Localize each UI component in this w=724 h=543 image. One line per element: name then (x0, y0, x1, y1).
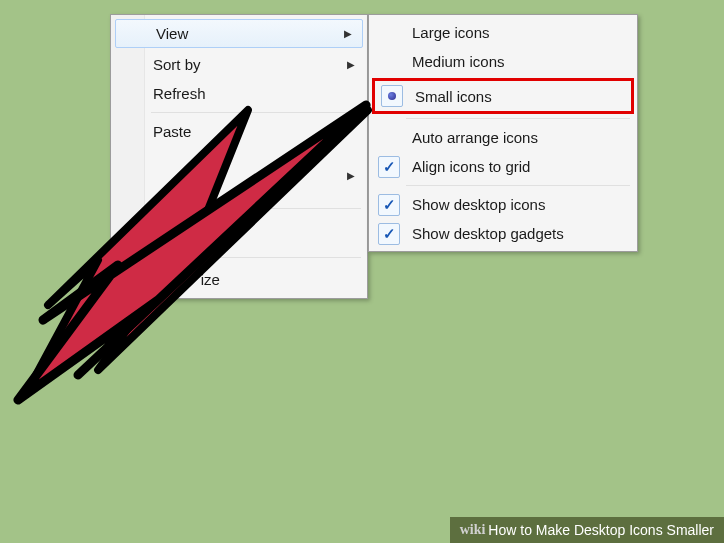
menu-item-label: Large icons (412, 24, 490, 41)
menu-item-label: Refresh (153, 85, 206, 102)
check-icon: ✓ (378, 223, 400, 245)
menu-item-large-icons[interactable]: Large icons (372, 18, 634, 47)
menu-item-label: tion (153, 225, 177, 242)
separator (406, 118, 630, 119)
context-menu-view: Large icons Medium icons Small icons Aut… (368, 14, 638, 252)
separator (151, 208, 361, 209)
menu-item-label: Pers ize (149, 271, 220, 288)
menu-item-paste[interactable]: Paste (113, 117, 365, 146)
context-menu-main: View ▶ Sort by ▶ Refresh Paste ▶ tion Pe… (110, 14, 368, 299)
caption-bar: wiki How to Make Desktop Icons Smaller (450, 517, 724, 543)
menu-item-align-grid[interactable]: ✓ Align icons to grid (372, 152, 634, 181)
menu-item-medium-icons[interactable]: Medium icons (372, 47, 634, 76)
menu-item-label: Show desktop gadgets (412, 225, 564, 242)
menu-item-label: Align icons to grid (412, 158, 530, 175)
menu-item-personalize[interactable]: Pers ize (113, 262, 365, 296)
menu-item-label: Show desktop icons (412, 196, 545, 213)
check-icon: ✓ (378, 194, 400, 216)
submenu-arrow-icon: ▶ (347, 170, 355, 181)
menu-item-obscured-2[interactable]: tion (113, 213, 365, 253)
separator (406, 185, 630, 186)
caption-title: How to Make Desktop Icons Smaller (488, 522, 714, 538)
menu-item-refresh[interactable]: Refresh (113, 79, 365, 108)
submenu-arrow-icon: ▶ (344, 28, 352, 39)
submenu-arrow-icon: ▶ (347, 59, 355, 70)
menu-item-small-icons[interactable]: Small icons (372, 78, 634, 114)
menu-item-show-desktop-gadgets[interactable]: ✓ Show desktop gadgets (372, 219, 634, 248)
check-icon: ✓ (378, 156, 400, 178)
menu-item-view[interactable]: View ▶ (115, 19, 363, 48)
menu-item-obscured[interactable]: ▶ (113, 146, 365, 204)
personalize-icon (121, 270, 139, 288)
separator (151, 112, 361, 113)
menu-item-auto-arrange[interactable]: Auto arrange icons (372, 123, 634, 152)
menu-item-label: View (156, 25, 188, 42)
menu-item-show-desktop-icons[interactable]: ✓ Show desktop icons (372, 190, 634, 219)
menu-item-label: Auto arrange icons (412, 129, 538, 146)
menu-item-label: Paste (153, 123, 191, 140)
caption-prefix: wiki (460, 522, 486, 538)
separator (151, 257, 361, 258)
menu-item-sort-by[interactable]: Sort by ▶ (113, 50, 365, 79)
menu-item-label: Sort by (153, 56, 201, 73)
radio-selected-icon (381, 85, 403, 107)
menu-item-label: Medium icons (412, 53, 505, 70)
menu-item-label: Small icons (415, 88, 492, 105)
